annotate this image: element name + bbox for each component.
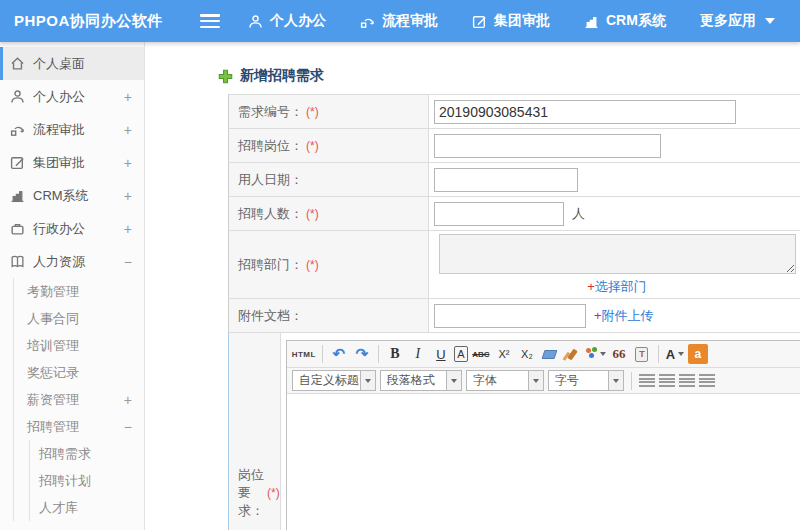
field-label: 招聘人数： (*) [229, 197, 429, 230]
color-dots-icon [586, 348, 591, 353]
sidebar-item-group-approval[interactable]: 集团审批 + [0, 146, 144, 179]
nav-personal-office[interactable]: 个人办公 [248, 12, 326, 30]
font-color-button[interactable]: A [665, 344, 685, 364]
editor-toolbar-row2: 自定义标题 段落格式 字体 [287, 367, 800, 393]
subscript-button[interactable]: X₂ [517, 344, 537, 364]
attachment-upload-link[interactable]: 附件上传 [602, 308, 654, 323]
font-size-combo[interactable]: 字号 [548, 370, 624, 391]
eraser-button[interactable] [540, 344, 560, 364]
nav-more-apps[interactable]: 更多应用 [700, 12, 775, 30]
combo-value: 字号 [549, 372, 608, 389]
text-effect-button[interactable] [586, 344, 606, 364]
strikethrough-button[interactable]: ABC [471, 344, 491, 364]
select-department-link[interactable]: 选择部门 [595, 279, 647, 294]
form-row-department: 招聘部门： (*) +选择部门 [228, 231, 800, 299]
chart-icon [10, 188, 25, 203]
label-text: 招聘部门： [238, 256, 303, 274]
caret-down-icon [678, 352, 684, 356]
sidebar-item-label: 薪资管理 [27, 391, 79, 409]
recruit-submenu: 招聘需求 招聘计划 人才库 [29, 440, 144, 521]
align-left-button[interactable] [639, 374, 655, 387]
combo-caret-button[interactable] [360, 371, 375, 390]
position-input[interactable] [434, 134, 661, 158]
required-mark: (*) [306, 105, 319, 119]
menu-toggle-icon[interactable] [200, 14, 220, 28]
sidebar-item-personal-desktop[interactable]: 个人桌面 [0, 47, 144, 80]
collapse-icon: − [124, 419, 132, 435]
caret-down-icon [600, 352, 606, 356]
expand-icon: + [124, 155, 132, 171]
sidebar-item-recruit-demand[interactable]: 招聘需求 [30, 440, 144, 467]
sidebar-item-hr-contract[interactable]: 人事合同 [14, 305, 144, 332]
sidebar-item-training[interactable]: 培训管理 [14, 332, 144, 359]
label-text: 附件文档： [238, 307, 303, 325]
nav-group-approval[interactable]: 集团审批 [472, 12, 550, 30]
field-label: 招聘部门： (*) [229, 231, 429, 298]
italic-button[interactable]: I [408, 344, 428, 364]
form-row-headcount: 招聘人数： (*) 人 [228, 197, 800, 231]
font-color-glyph: A [666, 347, 675, 362]
sidebar-item-label: 个人办公 [33, 88, 85, 106]
department-textarea[interactable] [439, 234, 796, 274]
custom-title-combo[interactable]: 自定义标题 [292, 370, 376, 391]
paste-button[interactable]: T [632, 344, 652, 364]
sidebar-item-salary[interactable]: 薪资管理 + [14, 386, 144, 413]
form-row-date: 用人日期： [228, 163, 800, 197]
required-mark: (*) [267, 486, 280, 500]
edit-icon [472, 14, 487, 29]
bold-button[interactable]: B [385, 344, 405, 364]
recruit-demand-form: 需求编号： (*) 招聘岗位： (*) 用人日期 [228, 94, 800, 530]
align-center-button[interactable] [659, 374, 675, 387]
blockquote-button[interactable]: 66 [609, 344, 629, 364]
plus-sign: + [587, 279, 595, 294]
char-border-button[interactable]: A [454, 346, 468, 362]
redo-button[interactable]: ↷ [352, 344, 372, 364]
field-label: 招聘岗位： (*) [229, 129, 429, 162]
sidebar-item-attendance[interactable]: 考勤管理 [14, 278, 144, 305]
hire-date-input[interactable] [434, 168, 578, 192]
attachment-input[interactable] [434, 304, 586, 328]
top-nav: 个人办公 流程审批 集团审批 CRM系统 更多应用 [248, 12, 775, 30]
sidebar-item-human-resources[interactable]: 人力资源 − [0, 245, 144, 278]
sidebar-item-rewards[interactable]: 奖惩记录 [14, 359, 144, 386]
eraser-icon [542, 350, 558, 359]
combo-caret-button[interactable] [528, 371, 543, 390]
main-content: 新增招聘需求 需求编号： (*) 招聘岗位： (*) [145, 42, 800, 530]
sidebar-item-label: 招聘需求 [39, 445, 91, 463]
align-justify-button[interactable] [699, 374, 715, 387]
expand-icon: + [124, 392, 132, 408]
expand-icon: + [124, 221, 132, 237]
page-title: 新增招聘需求 [145, 42, 800, 94]
nav-workflow-approval[interactable]: 流程审批 [360, 12, 438, 30]
app-header: PHPOA协同办公软件 个人办公 流程审批 集团审批 CRM系统 [0, 0, 800, 42]
nav-label: 流程审批 [382, 12, 438, 30]
required-mark: (*) [306, 207, 319, 221]
sidebar-item-personal-office[interactable]: 个人办公 + [0, 80, 144, 113]
align-right-button[interactable] [679, 374, 695, 387]
format-painter-button[interactable] [563, 344, 583, 364]
flow-icon [360, 14, 375, 29]
demand-no-input[interactable] [434, 100, 736, 124]
page-title-text: 新增招聘需求 [240, 67, 324, 85]
sidebar-item-label: 人力资源 [33, 253, 85, 271]
chart-icon [584, 14, 599, 29]
caret-down-icon [365, 379, 371, 383]
html-source-button[interactable]: HTML [292, 344, 316, 364]
editor-content-area[interactable] [287, 393, 800, 530]
combo-caret-button[interactable] [608, 371, 623, 390]
headcount-input[interactable] [434, 202, 564, 226]
combo-caret-button[interactable] [446, 371, 461, 390]
sidebar-item-workflow-approval[interactable]: 流程审批 + [0, 113, 144, 146]
font-family-combo[interactable]: 字体 [466, 370, 544, 391]
sidebar-item-talent-pool[interactable]: 人才库 [30, 494, 144, 521]
bg-color-button[interactable]: a [688, 344, 708, 364]
sidebar-item-recruit-mgmt[interactable]: 招聘管理 − [14, 413, 144, 440]
paragraph-format-combo[interactable]: 段落格式 [380, 370, 462, 391]
sidebar-item-recruit-plan[interactable]: 招聘计划 [30, 467, 144, 494]
sidebar-item-crm-system[interactable]: CRM系统 + [0, 179, 144, 212]
superscript-button[interactable]: X² [494, 344, 514, 364]
underline-button[interactable]: U [431, 344, 451, 364]
nav-crm-system[interactable]: CRM系统 [584, 12, 666, 30]
sidebar-item-admin-office[interactable]: 行政办公 + [0, 212, 144, 245]
undo-button[interactable]: ↶ [329, 344, 349, 364]
